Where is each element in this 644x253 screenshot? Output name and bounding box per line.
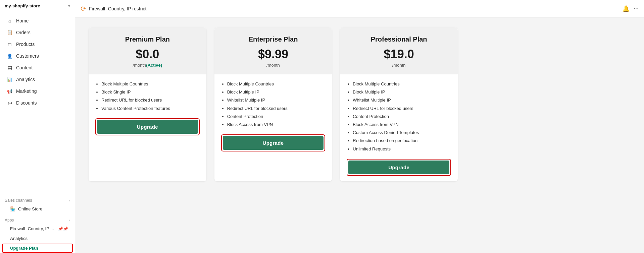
feature-item: Block Access from VPN [227,122,326,128]
customers-icon [7,53,13,59]
analytics-sub-label: Analytics [10,236,28,241]
feature-item: Whitelist Multiple IP [353,97,451,103]
active-badge: (Active) [146,63,162,68]
plan-card-enterprise: Enterprise Plan $9.99 /month Block Multi… [214,27,332,181]
store-selector[interactable]: my-shopify-store ▾ [0,0,75,12]
sidebar-item-home[interactable]: Home [2,15,73,26]
sidebar-item-marketing[interactable]: Marketing [2,85,73,97]
analytics-icon [7,76,13,82]
feature-item: Block Single IP [101,89,200,95]
sidebar-item-content[interactable]: Content [2,62,73,73]
content-area: Premium Plan $0.0 /month(Active) Block M… [75,17,644,253]
feature-item: Unlimited Requests [353,146,451,152]
feature-item: Custom Access Denied Templates [353,130,451,136]
sidebar-item-firewall[interactable]: Firewall -Country, IP ... 📌 [2,224,73,233]
plan-body-professional: Block Multiple CountriesBlock Multiple I… [340,74,458,181]
upgrade-btn-wrapper-premium: Upgrade [95,118,200,135]
sidebar-item-upgrade-plan[interactable]: Upgrade Plan [2,244,73,253]
marketing-icon [7,88,13,94]
nav-label-discounts: Discounts [16,100,37,106]
upgrade-button-enterprise[interactable]: Upgrade [223,136,324,150]
feature-item: Block Access from VPN [353,122,451,128]
app-icon: ⟳ [81,5,86,13]
upgrade-button-premium[interactable]: Upgrade [97,120,198,134]
feature-item: Content Protection [353,114,451,120]
plan-name-professional: Professional Plan [347,36,451,43]
plans-grid: Premium Plan $0.0 /month(Active) Block M… [89,27,458,181]
upgrade-btn-wrapper-professional: Upgrade [347,159,451,176]
plan-name-premium: Premium Plan [95,36,200,43]
main-area: ⟳ Firewall -Country, IP restrict 🔔 ··· P… [75,0,644,253]
plan-header-professional: Professional Plan $19.0 /month [340,27,458,74]
plan-header-premium: Premium Plan $0.0 /month(Active) [89,27,206,74]
page-title: Firewall -Country, IP restrict [89,6,620,11]
header-actions: 🔔 ··· [622,5,639,12]
sales-channels-section: Sales channels › [0,194,75,204]
products-icon [7,41,13,47]
plan-features-professional: Block Multiple CountriesBlock Multiple I… [347,81,451,152]
home-icon [7,18,13,24]
sidebar-item-products[interactable]: Products [2,39,73,50]
feature-item: Redirect URL for blocked users [227,106,326,112]
sidebar: my-shopify-store ▾ HomeOrdersProductsCus… [0,0,75,253]
plan-price-enterprise: $9.99 [221,47,326,61]
plan-period-professional: /month [347,63,451,68]
apps-section: Apps › [0,214,75,224]
upgrade-btn-wrapper-enterprise: Upgrade [221,134,326,151]
apps-label: Apps [5,218,14,223]
plan-price-professional: $19.0 [347,47,451,61]
feature-item: Block Multiple Countries [227,81,326,87]
sidebar-item-discounts[interactable]: Discounts [2,97,73,109]
more-actions-icon[interactable]: ··· [634,5,639,12]
feature-item: Redirect URL for blocked users [101,97,200,103]
apps-chevron: › [69,218,70,222]
content-icon [7,65,13,71]
orders-icon [7,29,13,36]
sales-channels-chevron: › [69,198,70,202]
nav-label-analytics: Analytics [16,77,35,82]
sidebar-item-analytics[interactable]: Analytics [2,74,73,85]
notifications-icon[interactable]: 🔔 [622,5,630,12]
firewall-label: Firewall -Country, IP ... [10,226,54,231]
feature-item: Various Content Protection features [101,106,200,112]
feature-item: Whitelist Multiple IP [227,97,326,103]
nav-label-orders: Orders [16,30,31,35]
feature-item: Block Multiple IP [227,89,326,95]
plan-period-enterprise: /month [221,63,326,68]
plan-body-enterprise: Block Multiple CountriesBlock Multiple I… [214,74,332,157]
sidebar-item-online-store[interactable]: Online Store [2,204,73,213]
chevron-down-icon: ▾ [68,4,70,8]
feature-item: Content Protection [227,114,326,120]
feature-item: Block Multiple Countries [101,81,200,87]
nav-label-marketing: Marketing [16,88,37,94]
nav-label-customers: Customers [16,53,39,59]
plan-period-premium: /month(Active) [95,63,200,68]
sidebar-item-orders[interactable]: Orders [2,27,73,38]
store-name: my-shopify-store [5,3,68,8]
feature-item: Redirection based on geolocation [353,138,451,144]
sidebar-item-analytics-sub[interactable]: Analytics [2,234,73,243]
plan-price-premium: $0.0 [95,47,200,61]
feature-item: Block Multiple IP [353,89,451,95]
discounts-icon [7,100,13,106]
plan-card-professional: Professional Plan $19.0 /month Block Mul… [340,27,458,181]
plan-name-enterprise: Enterprise Plan [221,36,326,43]
plan-body-premium: Block Multiple CountriesBlock Single IPR… [89,74,206,141]
nav-label-products: Products [16,42,35,47]
upgrade-button-professional[interactable]: Upgrade [348,161,449,174]
sidebar-item-customers[interactable]: Customers [2,50,73,62]
feature-item: Redirect URL for blocked users [353,106,451,112]
plan-features-enterprise: Block Multiple CountriesBlock Multiple I… [221,81,326,128]
sales-channels-label: Sales channels [5,198,32,203]
nav-label-content: Content [16,65,33,70]
upgrade-plan-label: Upgrade Plan [10,246,38,251]
store-icon [10,206,15,211]
feature-item: Block Multiple Countries [353,81,451,87]
top-bar: ⟳ Firewall -Country, IP restrict 🔔 ··· [75,0,644,17]
plan-card-premium: Premium Plan $0.0 /month(Active) Block M… [89,27,206,181]
nav-label-home: Home [16,18,29,23]
pin-icon: 📌 [58,227,68,231]
plan-features-premium: Block Multiple CountriesBlock Single IPR… [95,81,200,112]
plan-header-enterprise: Enterprise Plan $9.99 /month [214,27,332,74]
main-nav: HomeOrdersProductsCustomersContentAnalyt… [0,12,75,194]
